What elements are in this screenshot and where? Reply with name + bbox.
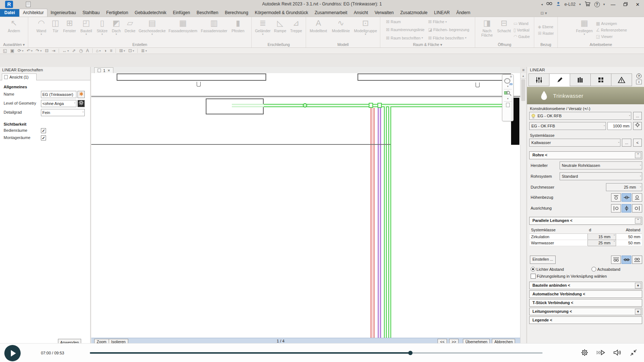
ribbon-button-decke[interactable]: ▱ Decke [123, 18, 137, 42]
ribbon-button-fenster[interactable]: ⊞ Fenster [61, 18, 78, 42]
abbrechen-button[interactable]: Abbrechen [492, 339, 515, 343]
ribbon-button-gelaender[interactable]: ≣ Geländer ▾ [254, 18, 272, 42]
customize-qat-icon[interactable]: ≣▾ [141, 48, 147, 53]
ribbon-button-modelllinie[interactable]: ∿ Modelllinie [330, 18, 352, 42]
help-icon[interactable]: ? [594, 2, 600, 7]
pipe-coupling[interactable] [377, 103, 382, 108]
tab-gebaeudetechnik[interactable]: Gebäudetechnik [131, 9, 170, 17]
ribbon-button-fassadensystem[interactable]: ▦ Fassadensystem [167, 18, 199, 42]
ausrichtung-center-button[interactable] [622, 204, 631, 212]
radio-lichter-abstand[interactable]: Lichter Abstand [531, 267, 564, 272]
section-automatische-verbindung[interactable]: Automatische Verbindung < [529, 290, 642, 298]
ribbon-button-fassadenraster[interactable]: ▥ Fassadenraster [199, 18, 229, 42]
default-3d-view-icon[interactable]: ⌂▾ [96, 48, 101, 53]
text-icon[interactable]: A [86, 48, 89, 53]
ribbon-button-flaeche[interactable]: ⊠ Fläche ▾ [427, 18, 471, 26]
fuehrungsleitung-checkbox-row[interactable]: Führungsleitung in Verknüpfung wählen [531, 274, 607, 279]
ribbon-button-modelltext[interactable]: A Modelltext [307, 18, 330, 42]
scrollbar-thumb[interactable] [521, 79, 525, 101]
wall-line[interactable] [91, 144, 390, 145]
ribbon-button-schacht[interactable]: ⊟ Schacht [495, 18, 512, 42]
tab-beschriften[interactable]: Beschriften [193, 9, 222, 17]
parallel-ref-bottom-button[interactable] [632, 256, 642, 264]
collapse-icon[interactable]: ˆ [635, 152, 641, 158]
thin-lines-icon[interactable]: ≡ [110, 48, 112, 53]
tab-einfuegen[interactable]: Einfügen [170, 9, 193, 17]
tab-aendern[interactable]: Ändern [453, 9, 474, 17]
collapse-icon[interactable]: ˆ [635, 218, 641, 224]
ribbon-button-rampe[interactable]: ◺ Rampe [272, 18, 288, 42]
tab-fertigbeton[interactable]: Fertigbeton [103, 9, 131, 17]
prev-page-button[interactable]: << [438, 339, 447, 343]
pipe-green-hidden-segment[interactable] [232, 104, 264, 107]
ribbon-button-flaechenbegrenzung[interactable]: ◪ Flächen- begrenzung [427, 26, 471, 34]
linear-help-icon[interactable]: ? [636, 73, 641, 79]
store-cart-icon[interactable] [585, 1, 591, 8]
pipe-riser-red[interactable] [371, 108, 375, 338]
pipe-cold-water-horizontal[interactable] [264, 104, 511, 107]
hoehenbezug-top-button[interactable] [611, 193, 621, 202]
ribbon-button-referenzebene[interactable]: ∠ Referenzebene [595, 27, 628, 33]
sync-icon[interactable]: ⟳▾ [18, 48, 24, 53]
tab-ingenieurbau[interactable]: Ingenieurbau [47, 9, 79, 17]
section-leitungsversprung[interactable]: Leitungsversprung < ▾ [529, 308, 642, 315]
ribbon-button-raumtrennungslinie[interactable]: ⊠ Raumtrennungslinie [385, 26, 425, 34]
rohrsystem-dropdown[interactable]: Standard ˇ [560, 172, 642, 180]
room-outline[interactable] [357, 73, 511, 81]
tab-zusammenarbeit[interactable]: Zusammenarbeit [311, 9, 351, 17]
tab-verwalten[interactable]: Verwalten [371, 9, 397, 17]
redo-icon[interactable]: ↷▾ [36, 48, 42, 53]
name-input[interactable] [41, 91, 76, 98]
ribbon-button-ebene[interactable]: ◈ Ebene [537, 24, 555, 30]
isolieren-button[interactable]: Isolieren [109, 339, 128, 343]
durchmesser-dropdown[interactable]: 25 mm ˇ [606, 183, 642, 191]
render-icon[interactable]: ◑ [104, 48, 106, 53]
linear-more-icon[interactable]: ▾ [636, 80, 642, 84]
tab-berechnung[interactable]: Berechnung [222, 9, 252, 17]
ribbon-button-nach-flaeche[interactable]: ◨ Nach Fläche [478, 18, 495, 42]
systemklasse-browse-button[interactable]: ... [622, 139, 631, 147]
parallel-ref-center-button[interactable] [622, 256, 631, 264]
zoom-dropdown-icon[interactable]: ▾ [507, 97, 509, 100]
open-icon[interactable]: ◱ [3, 48, 7, 53]
level-browse-button[interactable]: ... [633, 112, 642, 120]
ribbon-button-flaeche-beschriften[interactable]: ⊠ Fläche beschriften ▾ [427, 34, 471, 42]
pipe-riser-green[interactable] [388, 106, 391, 338]
room-outline[interactable] [117, 73, 266, 81]
ribbon-button-aendern[interactable]: ↖ Ändern [7, 18, 21, 42]
steering-wheel-icon[interactable]: 2D [504, 78, 511, 85]
section-legende[interactable]: Legende < [529, 316, 642, 324]
ausrichtung-right-button[interactable] [632, 204, 642, 212]
collapse-search-icon[interactable]: ◂ [541, 3, 543, 6]
tab-architektur[interactable]: Architektur [19, 9, 47, 17]
pipe-riser-purple[interactable] [378, 108, 381, 338]
table-row-warmwasser[interactable]: Warmwasser 25 mmˇ 50 mm [530, 240, 642, 246]
ausrichtung-left-button[interactable] [611, 204, 621, 212]
wheel-dropdown-icon[interactable]: ▾ [507, 85, 509, 88]
user-dropdown-icon[interactable]: ▾ [579, 3, 581, 6]
ribbon-button-pfosten[interactable]: ▮ Pfosten [229, 18, 247, 42]
playback-speed-icon[interactable] [596, 349, 606, 358]
zoom-region-icon[interactable] [504, 90, 511, 97]
restore-button[interactable] [621, 2, 630, 7]
tag-icon[interactable]: ◷ [79, 48, 83, 53]
tab-linear[interactable]: LINEAR [431, 9, 453, 17]
pipe-coupling[interactable] [369, 103, 373, 108]
systemklasse-back-button[interactable]: < [633, 139, 642, 147]
volume-icon[interactable] [613, 349, 622, 358]
ribbon-button-wand[interactable]: ◠ Wand ▾ [33, 18, 50, 42]
pick-level-button[interactable] [633, 122, 642, 130]
exit-fullscreen-icon[interactable] [630, 349, 637, 358]
einstellen-button[interactable]: Einstellen ... [530, 256, 556, 264]
close-navbar-icon[interactable]: ⊗ [510, 75, 512, 78]
tab-ansicht[interactable]: Ansicht [351, 9, 371, 17]
tab-zusatzmodule[interactable]: Zusatzmodule [397, 9, 431, 17]
montageraeume-checkbox[interactable]: ✓ [41, 135, 46, 140]
bedienraeume-checkbox[interactable]: ✓ [41, 128, 46, 133]
table-row-zirkulation[interactable]: Zirkulation 15 mmˇ 50 mm [530, 234, 642, 240]
minimize-button[interactable]: — [609, 2, 618, 7]
next-page-button[interactable]: >> [449, 339, 459, 343]
tab-warnings[interactable] [611, 73, 632, 86]
detailgrad-dropdown[interactable]: Fein ˇ [41, 109, 85, 116]
konstruktionsebene-dropdown[interactable]: EG - OK RFB ˇ [529, 112, 631, 120]
